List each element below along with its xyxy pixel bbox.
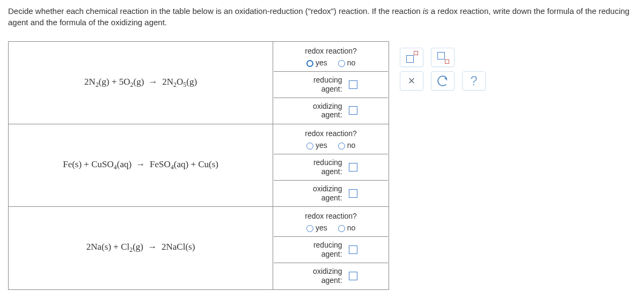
yes-no-row: yesno [274,221,388,237]
no-radio[interactable] [338,225,345,232]
reducing-agent-label: reducing agent: [305,241,342,259]
yes-radio[interactable] [306,60,313,67]
answer-block: redox reaction?yesnoreducing agent:oxidi… [273,124,389,207]
no-radio[interactable] [338,143,345,150]
answer-block: redox reaction?yesnoreducing agent:oxidi… [273,207,389,289]
yes-no-row: yesno [274,139,388,154]
reducing-agent-input[interactable] [349,80,357,89]
instructions-text: Decide whether each chemical reaction in… [8,5,636,28]
no-label: no [347,141,356,150]
yes-option[interactable]: yes [306,58,327,67]
equation-cell: Fe(s) + CuSO4(aq) → FeSO4(aq) + Cu(s) [9,124,273,207]
help-icon: ? [470,73,477,88]
yes-option[interactable]: yes [306,223,327,232]
yes-label: yes [316,223,327,232]
subscript-button[interactable] [431,48,455,67]
yes-label: yes [316,58,327,67]
yes-option[interactable]: yes [306,141,327,150]
reducing-agent-label: reducing agent: [305,158,342,176]
superscript-icon [406,52,417,63]
no-label: no [347,223,356,232]
oxidizing-agent-row: oxidizing agent: [274,181,387,206]
x-icon: × [408,74,415,88]
yes-label: yes [316,141,327,150]
oxidizing-agent-input[interactable] [349,106,357,115]
reducing-agent-row: reducing agent: [274,155,387,180]
oxidizing-agent-label: oxidizing agent: [305,184,342,203]
clear-button[interactable]: × [400,71,423,91]
reset-icon [437,76,448,86]
redox-question-label: redox reaction? [274,42,388,56]
no-option[interactable]: no [338,141,356,150]
yes-no-row: yesno [274,56,388,72]
oxidizing-agent-label: oxidizing agent: [305,102,342,120]
instructions-pre: Decide whether each chemical reaction in… [8,6,423,16]
oxidizing-agent-input[interactable] [349,189,357,198]
subscript-icon [437,52,448,63]
redox-question-label: redox reaction? [274,125,388,139]
reactions-table: 2N2(g) + 5O2(g) → 2N2O5(g)redox reaction… [8,41,389,290]
superscript-button[interactable] [400,48,423,67]
no-label: no [347,58,356,67]
yes-radio[interactable] [306,143,313,150]
help-button[interactable]: ? [462,71,486,91]
no-option[interactable]: no [338,58,356,67]
equation-cell: 2Na(s) + Cl2(g) → 2NaCl(s) [9,207,273,289]
equation-cell: 2N2(g) + 5O2(g) → 2N2O5(g) [9,42,273,124]
reducing-agent-input[interactable] [349,245,357,254]
reducing-agent-label: reducing agent: [305,76,342,94]
oxidizing-agent-input[interactable] [349,272,357,280]
no-radio[interactable] [338,60,345,67]
reducing-agent-input[interactable] [349,163,357,171]
answer-block: redox reaction?yesnoreducing agent:oxidi… [273,42,389,124]
reducing-agent-row: reducing agent: [274,72,387,97]
no-option[interactable]: no [338,223,356,232]
oxidizing-agent-row: oxidizing agent: [274,264,387,288]
toolbox: × ? [400,48,486,91]
oxidizing-agent-label: oxidizing agent: [305,267,342,285]
yes-radio[interactable] [306,225,313,232]
reset-button[interactable] [431,71,455,91]
reducing-agent-row: reducing agent: [274,237,387,262]
oxidizing-agent-row: oxidizing agent: [274,99,387,123]
instructions-em: is [423,6,429,16]
redox-question-label: redox reaction? [274,207,388,221]
